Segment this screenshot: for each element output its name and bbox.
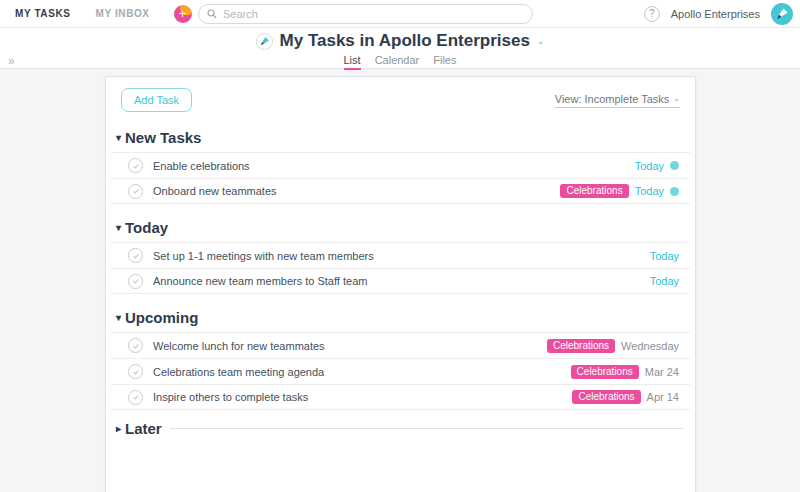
check-circle-icon[interactable]	[128, 338, 143, 353]
section-divider	[170, 428, 684, 429]
section-header[interactable]: ▸ Later	[111, 418, 690, 443]
task-title[interactable]: Set up 1-1 meetings with new team member…	[153, 250, 650, 262]
section-header[interactable]: ▾ New Tasks	[111, 127, 690, 152]
list-toolbar: Add Task View: Incomplete Tasks ⌄	[106, 77, 695, 114]
task-tag[interactable]: Celebrations	[571, 365, 639, 379]
workspace-logo-icon	[256, 33, 273, 50]
unread-dot-icon	[670, 161, 679, 170]
task-title[interactable]: Inspire others to complete tasks	[153, 391, 572, 403]
check-circle-icon[interactable]	[128, 364, 143, 379]
task-tag[interactable]: Celebrations	[572, 390, 640, 404]
check-circle-icon[interactable]	[128, 158, 143, 173]
task-due-date: Wednesday	[621, 340, 679, 352]
view-filter-label: View: Incomplete Tasks	[555, 93, 670, 105]
tab-files[interactable]: Files	[433, 54, 456, 70]
task-due-date: Mar 24	[645, 366, 679, 378]
nav-my-tasks[interactable]: MY TASKS	[15, 8, 71, 19]
section-title: Later	[125, 420, 162, 437]
task-tag[interactable]: Celebrations	[560, 184, 628, 198]
paintbrush-icon	[775, 7, 789, 21]
section-title: New Tasks	[125, 129, 201, 146]
section-header[interactable]: ▾ Today	[111, 217, 690, 242]
check-circle-icon[interactable]	[128, 184, 143, 199]
section-caret-icon[interactable]: ▾	[116, 132, 121, 143]
task-section: ▾ Upcoming Welcome lunch for new teammat…	[111, 307, 690, 410]
help-button[interactable]: ?	[644, 6, 660, 22]
task-section: ▾ New Tasks Enable celebrations Today On…	[111, 127, 690, 204]
add-task-button[interactable]: Add Task	[121, 88, 192, 112]
title-dropdown-caret-icon[interactable]: ⌄	[537, 36, 545, 46]
page-title[interactable]: My Tasks in Apollo Enterprises	[280, 31, 530, 51]
task-title[interactable]: Celebrations team meeting agenda	[153, 366, 571, 378]
task-title[interactable]: Welcome lunch for new teammates	[153, 340, 547, 352]
section-rows: Enable celebrations Today Onboard new te…	[111, 152, 690, 204]
check-circle-icon[interactable]	[128, 274, 143, 289]
task-meta: Today	[650, 275, 679, 287]
check-circle-icon[interactable]	[128, 390, 143, 405]
view-filter-dropdown[interactable]: View: Incomplete Tasks ⌄	[555, 93, 680, 108]
sections: ▾ New Tasks Enable celebrations Today On…	[106, 127, 695, 443]
task-row[interactable]: Inspire others to complete tasks Celebra…	[111, 384, 690, 410]
workspace-avatar[interactable]	[771, 3, 793, 25]
tab-list[interactable]: List	[344, 54, 361, 70]
task-due-date: Apr 14	[647, 391, 679, 403]
topbar-right: ? Apollo Enterprises	[644, 3, 800, 25]
task-meta: Today	[650, 250, 679, 262]
task-list-card: Add Task View: Incomplete Tasks ⌄ ▾ New …	[105, 76, 696, 492]
workspace-name[interactable]: Apollo Enterprises	[671, 8, 760, 20]
sidebar-expand-icon[interactable]: »	[8, 55, 15, 67]
section-title: Upcoming	[125, 309, 198, 326]
nav-my-inbox[interactable]: MY INBOX	[96, 8, 150, 19]
task-row[interactable]: Enable celebrations Today	[111, 152, 690, 178]
page-header: » My Tasks in Apollo Enterprises ⌄ List …	[0, 28, 800, 69]
task-meta: Celebrations Today	[560, 184, 679, 198]
task-row[interactable]: Announce new team members to Staff team …	[111, 268, 690, 294]
task-row[interactable]: Onboard new teammates Celebrations Today	[111, 178, 690, 204]
task-title[interactable]: Announce new team members to Staff team	[153, 275, 650, 287]
create-task-button[interactable]: +	[174, 5, 192, 23]
task-row[interactable]: Set up 1-1 meetings with new team member…	[111, 242, 690, 268]
section-header[interactable]: ▾ Upcoming	[111, 307, 690, 332]
task-section: ▸ Later	[111, 418, 690, 443]
task-meta: Today	[635, 160, 679, 172]
section-rows: Welcome lunch for new teammates Celebrat…	[111, 332, 690, 410]
content-area: Add Task View: Incomplete Tasks ⌄ ▾ New …	[0, 69, 800, 492]
section-caret-icon[interactable]: ▾	[116, 222, 121, 233]
task-row[interactable]: Celebrations team meeting agenda Celebra…	[111, 358, 690, 384]
task-title[interactable]: Enable celebrations	[153, 160, 635, 172]
section-title: Today	[125, 219, 168, 236]
tab-calendar[interactable]: Calendar	[375, 54, 420, 70]
search-icon	[207, 9, 217, 19]
task-due-date: Today	[650, 275, 679, 287]
task-due-date: Today	[650, 250, 679, 262]
task-row[interactable]: Welcome lunch for new teammates Celebrat…	[111, 332, 690, 358]
check-circle-icon[interactable]	[128, 248, 143, 263]
task-tag[interactable]: Celebrations	[547, 339, 615, 353]
section-rows: Set up 1-1 meetings with new team member…	[111, 242, 690, 294]
section-caret-icon[interactable]: ▸	[116, 423, 121, 434]
title-row: My Tasks in Apollo Enterprises ⌄	[256, 31, 545, 51]
task-due-date: Today	[635, 185, 664, 197]
view-tabs: List Calendar Files	[344, 54, 457, 70]
topbar: MY TASKS MY INBOX + ? Apollo Enterprises	[0, 0, 800, 28]
task-meta: Celebrations Mar 24	[571, 365, 679, 379]
unread-dot-icon	[670, 187, 679, 196]
chevron-down-icon: ⌄	[673, 94, 680, 103]
task-section: ▾ Today Set up 1-1 meetings with new tea…	[111, 217, 690, 294]
section-caret-icon[interactable]: ▾	[116, 312, 121, 323]
task-meta: Celebrations Wednesday	[547, 339, 679, 353]
search-bar[interactable]	[198, 4, 533, 24]
task-meta: Celebrations Apr 14	[572, 390, 679, 404]
task-title[interactable]: Onboard new teammates	[153, 185, 560, 197]
task-due-date: Today	[635, 160, 664, 172]
search-input[interactable]	[223, 8, 524, 20]
